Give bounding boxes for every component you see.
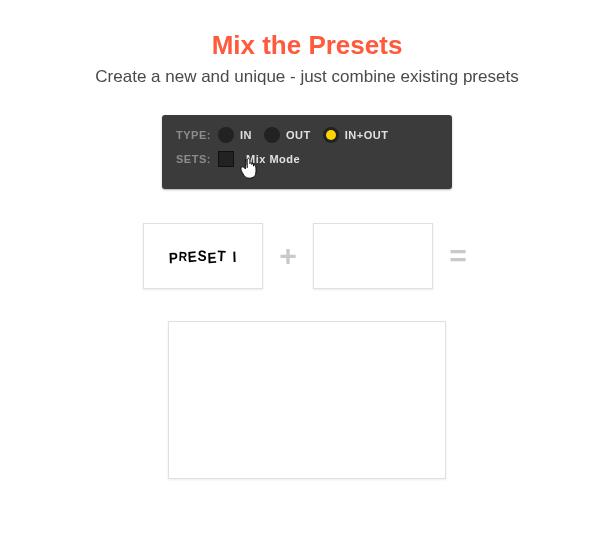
- combine-row: PRESETI + =: [97, 223, 517, 289]
- preset-card-1[interactable]: PRESETI: [143, 223, 263, 289]
- page-subtitle: Create a new and unique - just combine e…: [0, 67, 614, 87]
- preset-card-2[interactable]: [313, 223, 433, 289]
- mix-mode-label: Mix Mode: [246, 153, 300, 165]
- radio-in[interactable]: [218, 127, 234, 143]
- sets-label: SETS:: [176, 153, 212, 165]
- type-label: TYPE:: [176, 129, 212, 141]
- type-row: TYPE: IN OUT IN+OUT: [176, 127, 438, 143]
- settings-panel: TYPE: IN OUT IN+OUT SETS: Mix Mode: [162, 115, 452, 189]
- radio-out-label: OUT: [286, 129, 311, 141]
- page-title: Mix the Presets: [0, 30, 614, 61]
- radio-inout[interactable]: [323, 127, 339, 143]
- plus-icon: +: [275, 239, 301, 273]
- result-card: [168, 321, 446, 479]
- radio-in-label: IN: [240, 129, 252, 141]
- radio-out[interactable]: [264, 127, 280, 143]
- radio-inout-label: IN+OUT: [345, 129, 389, 141]
- preset-1-text: PRESETI: [169, 248, 237, 265]
- equals-icon: =: [445, 239, 471, 273]
- mix-mode-checkbox[interactable]: [218, 151, 234, 167]
- sets-row: SETS: Mix Mode: [176, 151, 438, 167]
